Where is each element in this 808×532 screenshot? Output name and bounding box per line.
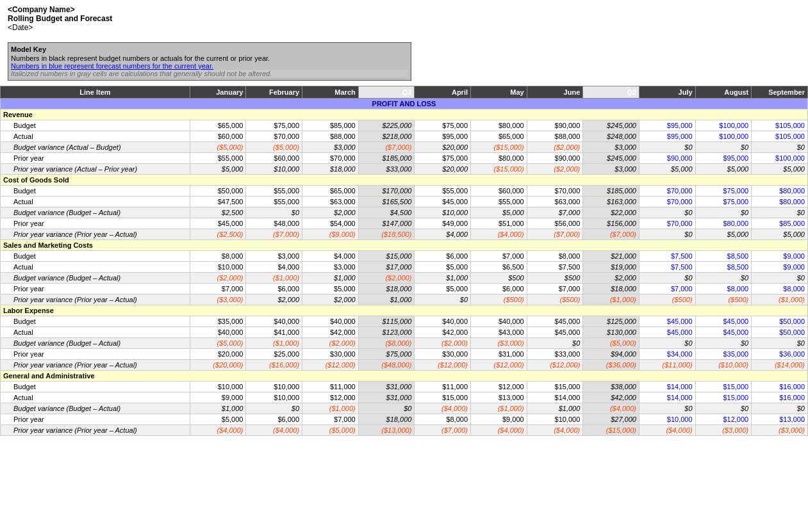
cell-1-0-1: $55,000: [246, 186, 302, 197]
row-label-4-4: Prior year variance (Prior year – Actual…: [1, 425, 190, 436]
cell-4-0-7: $38,000: [583, 382, 639, 392]
cell-3-2-3: ($8,000): [358, 338, 415, 349]
cell-3-3-9: $35,000: [695, 349, 752, 360]
cell-3-4-3: ($48,000): [358, 360, 415, 371]
cell-1-3-0: $45,000: [190, 218, 246, 229]
cell-0-0-1: $75,000: [246, 120, 302, 131]
cell-3-2-10: $0: [752, 338, 808, 349]
cell-3-3-6: $33,000: [527, 349, 583, 360]
cell-4-4-3: ($13,000): [358, 425, 415, 436]
cell-4-1-7: $42,000: [583, 392, 639, 403]
cell-0-3-0: $55,000: [190, 153, 246, 164]
cell-4-3-6: $10,000: [527, 414, 583, 425]
row-label-1-4: Prior year variance (Prior year – Actual…: [1, 229, 190, 240]
cell-3-1-5: $43,000: [471, 327, 527, 338]
cell-1-2-1: $0: [246, 207, 302, 218]
cell-1-0-0: $50,000: [190, 186, 246, 197]
cell-3-3-1: $25,000: [246, 349, 302, 360]
cell-2-0-5: $7,000: [471, 251, 527, 262]
cell-3-2-8: $0: [639, 338, 695, 349]
cell-4-0-10: $16,000: [752, 382, 808, 392]
cell-0-1-3: $218,000: [358, 131, 415, 142]
col-header-mar: March: [302, 86, 359, 99]
cell-0-4-10: $5,000: [752, 164, 808, 175]
cell-1-1-3: $165,500: [358, 197, 415, 207]
cell-4-4-4: ($7,000): [415, 425, 471, 436]
cell-4-0-8: $14,000: [639, 382, 695, 392]
cell-3-2-4: ($2,000): [415, 338, 471, 349]
cell-1-2-2: $2,000: [302, 207, 359, 218]
cell-2-2-6: $500: [527, 273, 583, 284]
cell-3-4-5: ($12,000): [471, 360, 527, 371]
cell-2-3-0: $7,000: [190, 284, 246, 294]
cell-1-2-7: $22,000: [583, 207, 639, 218]
cell-4-2-7: ($4,000): [583, 403, 639, 414]
cell-4-0-1: $10,000: [246, 382, 302, 392]
cell-3-4-6: ($12,000): [527, 360, 583, 371]
cell-1-2-3: $4,500: [358, 207, 415, 218]
cell-2-1-10: $9,000: [752, 262, 808, 273]
cell-2-1-4: $5,000: [415, 262, 471, 273]
cell-0-1-5: $65,000: [471, 131, 527, 142]
cell-1-4-1: ($7,000): [246, 229, 302, 240]
cell-1-2-0: $2,500: [190, 207, 246, 218]
cell-0-0-9: $100,000: [695, 120, 752, 131]
cell-4-4-5: ($4,000): [471, 425, 527, 436]
cell-4-4-2: ($5,000): [302, 425, 359, 436]
cell-3-0-9: $45,000: [695, 316, 752, 327]
cell-4-3-1: $6,000: [246, 414, 302, 425]
cell-1-0-9: $75,000: [695, 186, 752, 197]
cell-2-4-9: ($500): [695, 294, 752, 305]
cell-1-1-7: $163,000: [583, 197, 639, 207]
cell-2-4-0: ($3,000): [190, 294, 246, 305]
cell-0-2-7: $3,000: [583, 142, 639, 153]
cell-0-4-6: ($2,000): [527, 164, 583, 175]
cell-1-1-8: $70,000: [639, 197, 695, 207]
cell-0-4-0: $5,000: [190, 164, 246, 175]
cell-1-4-8: $0: [639, 229, 695, 240]
cell-1-0-4: $55,000: [415, 186, 471, 197]
cell-2-3-4: $5,000: [415, 284, 471, 294]
cell-2-1-1: $4,000: [246, 262, 302, 273]
cell-3-2-5: ($3,000): [471, 338, 527, 349]
cell-0-1-1: $70,000: [246, 131, 302, 142]
cell-2-1-8: $7,500: [639, 262, 695, 273]
cell-4-2-0: $1,000: [190, 403, 246, 414]
cell-3-2-0: ($5,000): [190, 338, 246, 349]
cell-1-2-8: $0: [639, 207, 695, 218]
cell-4-1-0: $9,000: [190, 392, 246, 403]
cell-1-3-3: $147,000: [358, 218, 415, 229]
cell-4-0-0: $10,000: [190, 382, 246, 392]
cell-4-1-2: $12,000: [302, 392, 359, 403]
pl-header: PROFIT AND LOSS: [1, 99, 808, 109]
cell-3-4-9: ($10,000): [695, 360, 752, 371]
cell-1-2-5: $5,000: [471, 207, 527, 218]
cell-1-3-1: $48,000: [246, 218, 302, 229]
cell-3-4-0: ($20,000): [190, 360, 246, 371]
cell-2-1-0: $10,000: [190, 262, 246, 273]
cell-3-2-9: $0: [695, 338, 752, 349]
cell-3-0-2: $40,000: [302, 316, 359, 327]
cell-3-2-7: ($5,000): [583, 338, 639, 349]
cell-0-2-6: ($2,000): [527, 142, 583, 153]
cell-2-1-3: $17,000: [358, 262, 415, 273]
cell-0-3-6: $90,000: [527, 153, 583, 164]
cell-0-3-3: $185,000: [358, 153, 415, 164]
cell-0-2-4: $20,000: [415, 142, 471, 153]
cell-0-1-4: $95,000: [415, 131, 471, 142]
cell-1-1-5: $55,000: [471, 197, 527, 207]
cell-0-0-8: $95,000: [639, 120, 695, 131]
cell-3-0-3: $115,000: [358, 316, 415, 327]
cell-4-2-5: ($1,000): [471, 403, 527, 414]
cell-0-1-8: $95,000: [639, 131, 695, 142]
cell-4-1-3: $31,000: [358, 392, 415, 403]
cell-0-3-7: $245,000: [583, 153, 639, 164]
model-key-line1: Numbers in black represent budget number…: [11, 54, 408, 62]
cell-2-4-7: ($1,000): [583, 294, 639, 305]
cell-0-2-10: $0: [752, 142, 808, 153]
cell-0-4-2: $18,000: [302, 164, 359, 175]
cell-4-2-2: ($1,000): [302, 403, 359, 414]
cell-4-4-1: ($4,000): [246, 425, 302, 436]
cell-3-4-7: ($36,000): [583, 360, 639, 371]
cell-2-1-5: $6,500: [471, 262, 527, 273]
